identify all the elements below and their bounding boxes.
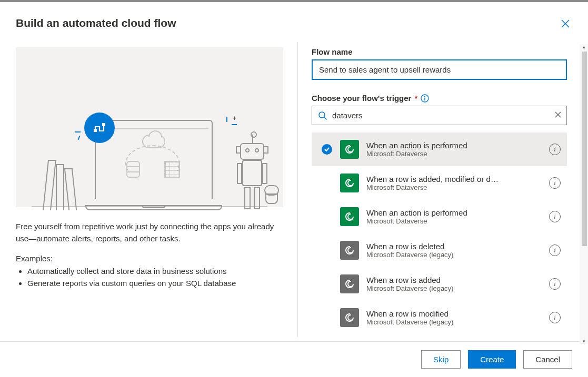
close-icon (561, 19, 570, 28)
dialog-title: Build an automated cloud flow (16, 17, 176, 29)
dialog-footer: Skip Create Cancel (0, 341, 588, 377)
close-button[interactable] (559, 17, 572, 33)
info-icon[interactable] (421, 94, 429, 103)
left-panel: + (16, 47, 283, 336)
flow-icon (84, 113, 115, 143)
trigger-info-button[interactable]: i (549, 278, 561, 290)
svg-rect-0 (94, 129, 97, 132)
trigger-info-button[interactable]: i (549, 211, 561, 222)
vertical-divider (297, 42, 298, 337)
trigger-item[interactable]: When a row is addedMicrosoft Dataverse (… (312, 267, 567, 301)
dataverse-icon (340, 140, 359, 159)
trigger-item[interactable]: When a row is modifiedMicrosoft Datavers… (312, 301, 567, 334)
trigger-subtitle: Microsoft Dataverse (366, 184, 542, 191)
svg-line-6 (324, 117, 327, 120)
trigger-item[interactable]: When an action is performedMicrosoft Dat… (312, 133, 567, 166)
dataverse-icon (340, 174, 359, 192)
trigger-subtitle: Microsoft Dataverse (366, 217, 542, 225)
trigger-text: When a row is added, modified or d…Micro… (366, 175, 542, 191)
description-text: Free yourself from repetitive work just … (16, 221, 283, 244)
trigger-title: When a row is added, modified or d… (366, 175, 542, 184)
examples-list: Automatically collect and store data in … (16, 265, 283, 290)
trigger-subtitle: Microsoft Dataverse (366, 150, 542, 158)
clear-icon (554, 111, 562, 118)
trigger-title: When a row is deleted (366, 242, 542, 251)
trigger-item[interactable]: When a row is added, modified or d…Micro… (312, 166, 567, 200)
required-mark: * (414, 94, 417, 103)
dataverse-icon (340, 308, 359, 327)
svg-point-5 (319, 112, 325, 118)
flow-name-label-text: Flow name (312, 47, 353, 56)
skip-button[interactable]: Skip (421, 350, 461, 369)
trigger-subtitle: Microsoft Dataverse (legacy) (366, 318, 542, 326)
trigger-text: When a row is modifiedMicrosoft Datavers… (366, 309, 542, 326)
trigger-item[interactable]: When a row is deletedMicrosoft Dataverse… (312, 233, 567, 267)
trigger-list[interactable]: When an action is performedMicrosoft Dat… (312, 133, 567, 336)
illustration: + (16, 47, 283, 207)
dataverse-icon (340, 241, 359, 260)
clear-search-button[interactable] (554, 111, 562, 120)
trigger-info-button[interactable]: i (549, 144, 561, 155)
svg-point-3 (424, 96, 425, 97)
trigger-text: When an action is performedMicrosoft Dat… (366, 208, 542, 225)
dialog-body: + (0, 33, 588, 341)
trigger-search-input[interactable] (312, 106, 567, 125)
trigger-label: Choose your flow's trigger * (312, 94, 567, 103)
dialog-header: Build an automated cloud flow (0, 2, 588, 33)
right-panel: Flow name Choose your flow's trigger * W… (312, 47, 572, 336)
example-item: Generate reports via custom queries on y… (27, 277, 283, 289)
trigger-subtitle: Microsoft Dataverse (legacy) (366, 251, 542, 259)
trigger-label-text: Choose your flow's trigger (312, 94, 411, 103)
scrollbar[interactable]: ▴ ▾ (580, 44, 588, 344)
flow-name-label: Flow name (312, 47, 567, 56)
trigger-search (312, 106, 567, 125)
trigger-text: When an action is performedMicrosoft Dat… (366, 141, 542, 158)
dataverse-icon (340, 274, 359, 293)
flow-name-input[interactable] (312, 59, 567, 80)
dialog: Build an automated cloud flow + (0, 2, 588, 377)
trigger-info-button[interactable]: i (549, 177, 561, 189)
examples-label: Examples: (16, 254, 283, 263)
cancel-button[interactable]: Cancel (523, 350, 572, 369)
trigger-title: When an action is performed (366, 208, 542, 217)
trigger-text: When a row is deletedMicrosoft Dataverse… (366, 242, 542, 259)
trigger-subtitle: Microsoft Dataverse (legacy) (366, 284, 542, 292)
svg-rect-4 (424, 97, 425, 100)
svg-rect-1 (102, 123, 105, 126)
selection-indicator (321, 144, 333, 155)
trigger-title: When a row is modified (366, 309, 542, 318)
search-icon (318, 111, 327, 120)
example-item: Automatically collect and store data in … (27, 265, 283, 277)
trigger-item[interactable]: When an action is performedMicrosoft Dat… (312, 200, 567, 233)
trigger-info-button[interactable]: i (549, 312, 561, 323)
trigger-text: When a row is addedMicrosoft Dataverse (… (366, 276, 542, 292)
trigger-title: When an action is performed (366, 141, 542, 150)
dataverse-icon (340, 207, 359, 226)
trigger-info-button[interactable]: i (549, 244, 561, 256)
create-button[interactable]: Create (468, 350, 516, 369)
trigger-title: When a row is added (366, 276, 542, 284)
check-icon (322, 144, 332, 155)
